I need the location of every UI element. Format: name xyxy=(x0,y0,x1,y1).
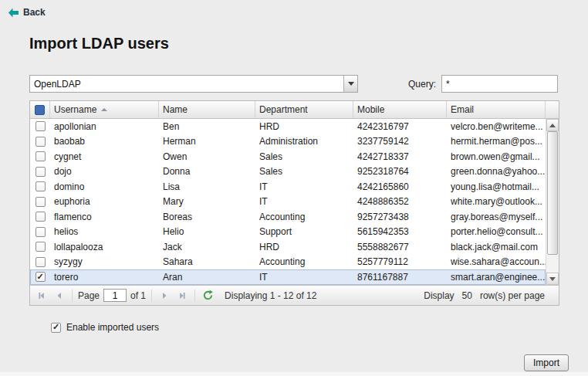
page-size-select[interactable]: 50 xyxy=(462,290,472,301)
first-page-button[interactable] xyxy=(35,289,49,303)
toolbar-separator xyxy=(72,290,73,302)
table-row[interactable]: domino Lisa IT 4242165860 young.lisa@hot… xyxy=(30,179,546,195)
cell-email: hermit.herman@pos... xyxy=(447,136,546,147)
cell-name: Lisa xyxy=(159,181,255,192)
row-checkbox-cell xyxy=(30,197,50,207)
filter-toolbar: OpenLDAP Query: xyxy=(29,75,558,93)
rows-per-page-label: row(s) per page xyxy=(480,290,545,301)
row-checkbox-cell xyxy=(30,167,50,177)
cell-department: Administration xyxy=(255,136,353,147)
paging-toolbar: Page of 1 Displaying 1 - 12 of 12 Displa… xyxy=(30,285,559,305)
column-header-mobile[interactable]: Mobile xyxy=(353,101,447,118)
row-checkbox-cell xyxy=(30,151,50,161)
column-header-username[interactable]: Username xyxy=(50,101,159,118)
triangle-down-icon xyxy=(549,277,556,281)
table-row[interactable]: helios Helio Support 5615942353 porter.h… xyxy=(30,225,546,240)
cell-mobile: 9257273438 xyxy=(353,212,447,222)
next-page-button[interactable] xyxy=(157,289,171,303)
row-checkbox[interactable] xyxy=(35,242,46,252)
cell-email: wise.sahara@accoun... xyxy=(447,256,546,267)
row-checkbox[interactable] xyxy=(35,181,46,191)
cell-username: flamenco xyxy=(50,212,159,222)
sort-ascending-icon xyxy=(101,108,107,111)
row-checkbox-cell xyxy=(30,227,50,237)
table-row[interactable]: baobab Herman Administration 3237759142 … xyxy=(30,134,546,150)
cell-name: Sahara xyxy=(159,256,255,267)
cell-department: IT xyxy=(255,272,353,283)
back-arrow-icon xyxy=(8,8,19,18)
directory-select-value: OpenLDAP xyxy=(30,79,343,90)
row-checkbox[interactable] xyxy=(35,167,46,177)
table-row[interactable]: lollapalooza Jack HRD 5558882677 black.j… xyxy=(30,239,546,255)
back-button[interactable]: Back xyxy=(8,7,46,18)
cell-name: Herman xyxy=(159,136,255,147)
table-row[interactable]: euphoria Mary IT 4248886352 white.mary@o… xyxy=(30,195,546,210)
table-row[interactable]: cygnet Owen Sales 4242718337 brown.owen@… xyxy=(30,149,546,164)
grid-header: Username Name Department Mobile Email xyxy=(30,101,559,119)
row-checkbox[interactable] xyxy=(35,197,46,207)
column-header-name[interactable]: Name xyxy=(159,101,255,118)
ldap-users-grid: Username Name Department Mobile Email xyxy=(29,100,559,306)
refresh-button[interactable] xyxy=(201,289,215,303)
import-button[interactable]: Import xyxy=(524,354,569,371)
row-checkbox[interactable] xyxy=(35,227,46,237)
row-checkbox-cell xyxy=(30,212,50,222)
row-checkbox-cell xyxy=(30,272,50,282)
triangle-up-icon xyxy=(549,124,556,127)
table-row[interactable]: dojo Donna Sales 9252318764 green.donna@… xyxy=(30,164,546,180)
cell-email: young.lisa@hotmail... xyxy=(447,181,546,192)
page-number-input[interactable] xyxy=(103,289,127,302)
column-header-department[interactable]: Department xyxy=(255,101,353,118)
display-label: Display xyxy=(424,290,454,301)
table-scrollbar[interactable] xyxy=(546,119,559,285)
row-checkbox[interactable] xyxy=(35,137,46,147)
cell-email: white.mary@outlook... xyxy=(447,196,546,207)
cell-name: Ben xyxy=(159,121,255,132)
row-checkbox[interactable] xyxy=(35,272,46,282)
window-bottom-edge xyxy=(0,372,588,376)
cell-department: Accounting xyxy=(255,212,353,222)
cell-name: Jack xyxy=(159,242,255,252)
query-input[interactable] xyxy=(441,75,558,93)
page-size-control: Display 50 row(s) per page xyxy=(424,290,554,301)
column-label-email: Email xyxy=(451,104,474,115)
table-body: apollonian Ben HRD 4242316797 velcro.ben… xyxy=(30,119,546,285)
scrollbar-thumb[interactable] xyxy=(547,131,558,255)
table-row[interactable]: apollonian Ben HRD 4242316797 velcro.ben… xyxy=(30,119,546,134)
cell-email: velcro.ben@writeme... xyxy=(447,121,546,132)
dropdown-trigger-button[interactable] xyxy=(343,76,357,92)
prev-page-button[interactable] xyxy=(52,289,66,303)
column-label-department: Department xyxy=(259,104,308,115)
toolbar-separator xyxy=(194,290,195,302)
cell-mobile: 8761167887 xyxy=(353,272,447,283)
enable-imported-users-checkbox[interactable]: Enable imported users xyxy=(51,322,159,333)
grid-body: apollonian Ben HRD 4242316797 velcro.ben… xyxy=(30,119,559,285)
directory-select[interactable]: OpenLDAP xyxy=(29,75,358,93)
cell-email: green.donna@yahoo... xyxy=(447,166,546,177)
table-row[interactable]: syzygy Sahara Accounting 5257779112 wise… xyxy=(30,255,546,270)
table-row[interactable]: flamenco Boreas Accounting 9257273438 gr… xyxy=(30,209,546,225)
row-checkbox-cell xyxy=(30,181,50,191)
cell-username: euphoria xyxy=(50,196,159,207)
row-checkbox-cell xyxy=(30,137,50,147)
cell-email: gray.boreas@myself... xyxy=(447,212,546,222)
cell-email: smart.aran@enginee... xyxy=(447,272,546,283)
header-scrollbar-spacer xyxy=(546,101,559,118)
cell-username: baobab xyxy=(50,136,159,147)
cell-name: Boreas xyxy=(159,212,255,222)
cell-department: Accounting xyxy=(255,256,353,267)
cell-username: helios xyxy=(50,226,159,237)
row-checkbox[interactable] xyxy=(35,121,46,131)
column-header-email[interactable]: Email xyxy=(447,101,546,118)
row-checkbox[interactable] xyxy=(35,257,46,267)
last-page-button[interactable] xyxy=(175,289,189,303)
row-checkbox[interactable] xyxy=(35,212,46,222)
scroll-down-button[interactable] xyxy=(546,273,559,285)
cell-name: Mary xyxy=(159,196,255,207)
table-row[interactable]: torero Aran IT 8761167887 smart.aran@eng… xyxy=(30,269,546,285)
scroll-up-button[interactable] xyxy=(546,119,559,131)
header-select-all-cell xyxy=(30,101,50,118)
cell-username: torero xyxy=(50,272,159,283)
select-all-checkbox[interactable] xyxy=(35,105,45,115)
row-checkbox[interactable] xyxy=(35,151,46,161)
